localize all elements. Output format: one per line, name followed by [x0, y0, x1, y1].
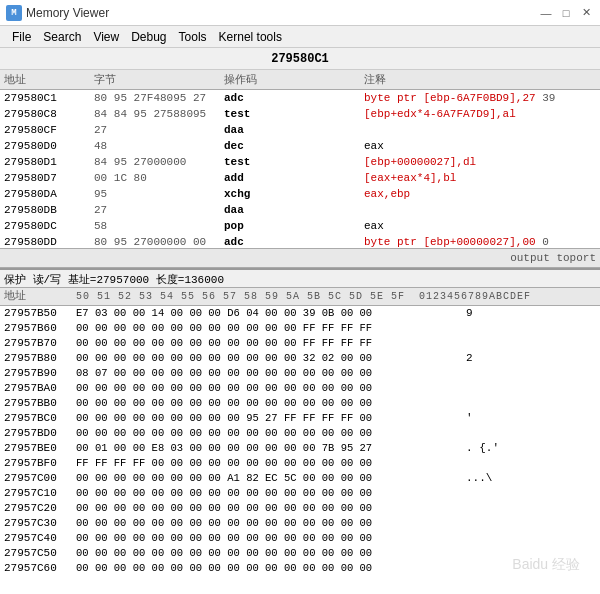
hex-row-addr: 27957BE0 — [4, 441, 76, 456]
maximize-button[interactable]: □ — [558, 5, 574, 21]
hex-row[interactable]: 27957B70 00 00 00 00 00 00 00 00 00 00 0… — [0, 336, 600, 351]
hex-row[interactable]: 27957B50 E7 03 00 00 14 00 00 00 D6 04 0… — [0, 306, 600, 321]
asm-row[interactable]: 279580D7 00 1C 80 add [eax+eax*4],bl — [0, 170, 600, 186]
asm-operands: eax — [364, 218, 596, 234]
menu-view[interactable]: View — [87, 28, 125, 46]
asm-operands: eax — [364, 138, 596, 154]
asm-row[interactable]: 279580DD 80 95 27000000 00 adc byte ptr … — [0, 234, 600, 248]
asm-bytes: 80 95 27000000 00 — [94, 234, 224, 248]
hex-row-bytes: 00 00 00 00 00 00 00 00 00 00 00 00 00 0… — [76, 381, 466, 396]
asm-row[interactable]: 279580C1 80 95 27F48095 27 adc byte ptr … — [0, 90, 600, 106]
asm-mnemonic: adc — [224, 234, 364, 248]
hex-row[interactable]: 27957BE0 00 01 00 00 E8 03 00 00 00 00 0… — [0, 441, 600, 456]
asm-bytes: 58 — [94, 218, 224, 234]
header-comment: 注释 — [364, 71, 596, 88]
hex-row-addr: 27957C00 — [4, 471, 76, 486]
hex-row-bytes: 08 07 00 00 00 00 00 00 00 00 00 00 00 0… — [76, 366, 466, 381]
hex-row-ascii: 9 — [466, 306, 596, 321]
menu-tools[interactable]: Tools — [173, 28, 213, 46]
menu-kernel-tools[interactable]: Kernel tools — [213, 28, 288, 46]
asm-mnemonic: pop — [224, 218, 364, 234]
hex-row[interactable]: 27957C30 00 00 00 00 00 00 00 00 00 00 0… — [0, 516, 600, 531]
hex-row[interactable]: 27957C00 00 00 00 00 00 00 00 00 A1 82 E… — [0, 471, 600, 486]
asm-addr: 279580D7 — [4, 170, 94, 186]
asm-row[interactable]: 279580DC 58 pop eax — [0, 218, 600, 234]
hex-row-bytes: 00 00 00 00 00 00 00 00 00 00 00 00 00 0… — [76, 501, 466, 516]
hex-header: 地址 50 51 52 53 54 55 56 57 58 59 5A 5B 5… — [0, 288, 600, 306]
asm-addr: 279580DA — [4, 186, 94, 202]
asm-operands — [364, 202, 596, 218]
hex-row[interactable]: 27957C20 00 00 00 00 00 00 00 00 00 00 0… — [0, 501, 600, 516]
menu-debug[interactable]: Debug — [125, 28, 172, 46]
hex-row-addr: 27957C10 — [4, 486, 76, 501]
window-title: Memory Viewer — [26, 6, 538, 20]
hex-row[interactable]: 27957BD0 00 00 00 00 00 00 00 00 00 00 0… — [0, 426, 600, 441]
asm-operands: byte ptr [ebp+00000027],00 0 — [364, 234, 596, 248]
disassembly-header: 地址 字节 操作码 注释 — [0, 70, 600, 90]
header-mnemonic: 操作码 — [224, 71, 364, 88]
hex-row-bytes: 00 00 00 00 00 00 00 00 00 00 00 00 00 0… — [76, 546, 466, 561]
hex-row[interactable]: 27957BA0 00 00 00 00 00 00 00 00 00 00 0… — [0, 381, 600, 396]
asm-row[interactable]: 279580D1 84 95 27000000 test [ebp+000000… — [0, 154, 600, 170]
asm-row[interactable]: 279580CF 27 daa — [0, 122, 600, 138]
hex-row-bytes: 00 00 00 00 00 00 00 00 00 00 00 00 00 0… — [76, 486, 466, 501]
asm-mnemonic: dec — [224, 138, 364, 154]
hex-row[interactable]: 27957BF0 FF FF FF FF 00 00 00 00 00 00 0… — [0, 456, 600, 471]
asm-addr: 279580D1 — [4, 154, 94, 170]
hex-row-ascii: . {.' — [466, 441, 596, 456]
hex-row-addr: 27957B90 — [4, 366, 76, 381]
hex-row-addr: 27957C30 — [4, 516, 76, 531]
asm-bytes: 00 1C 80 — [94, 170, 224, 186]
header-bytes: 字节 — [94, 71, 224, 88]
hex-row[interactable]: 27957C40 00 00 00 00 00 00 00 00 00 00 0… — [0, 531, 600, 546]
hex-row[interactable]: 27957C60 00 00 00 00 00 00 00 00 00 00 0… — [0, 561, 600, 576]
hex-row-addr: 27957B50 — [4, 306, 76, 321]
hex-row-bytes: 00 01 00 00 E8 03 00 00 00 00 00 00 00 7… — [76, 441, 466, 456]
app-icon: M — [6, 5, 22, 21]
asm-addr: 279580C8 — [4, 106, 94, 122]
menu-file[interactable]: File — [6, 28, 37, 46]
hex-row[interactable]: 27957C10 00 00 00 00 00 00 00 00 00 00 0… — [0, 486, 600, 501]
hex-row-bytes: 00 00 00 00 00 00 00 00 00 00 00 00 FF F… — [76, 336, 466, 351]
hex-row[interactable]: 27957C50 00 00 00 00 00 00 00 00 00 00 0… — [0, 546, 600, 561]
title-bar: M Memory Viewer — □ ✕ — [0, 0, 600, 26]
asm-operands: [ebp+edx*4-6A7FA7D9],al — [364, 106, 596, 122]
asm-bytes: 80 95 27F48095 27 — [94, 90, 224, 106]
asm-bytes: 27 — [94, 122, 224, 138]
asm-row[interactable]: 279580D0 48 dec eax — [0, 138, 600, 154]
asm-row[interactable]: 279580C8 84 84 95 27588095 test [ebp+edx… — [0, 106, 600, 122]
asm-row[interactable]: 279580DA 95 xchg eax,ebp — [0, 186, 600, 202]
asm-mnemonic: daa — [224, 202, 364, 218]
asm-row[interactable]: 279580DB 27 daa — [0, 202, 600, 218]
menu-bar: File Search View Debug Tools Kernel tool… — [0, 26, 600, 48]
asm-mnemonic: test — [224, 154, 364, 170]
hex-row-addr: 27957C20 — [4, 501, 76, 516]
hex-row-bytes: 00 00 00 00 00 00 00 00 00 00 00 00 00 0… — [76, 561, 466, 576]
asm-bytes: 48 — [94, 138, 224, 154]
hex-row-bytes: 00 00 00 00 00 00 00 00 00 00 00 00 00 0… — [76, 396, 466, 411]
hex-addr-header: 地址 — [4, 289, 76, 304]
hex-row[interactable]: 27957B60 00 00 00 00 00 00 00 00 00 00 0… — [0, 321, 600, 336]
hex-row[interactable]: 27957B90 08 07 00 00 00 00 00 00 00 00 0… — [0, 366, 600, 381]
window-controls: — □ ✕ — [538, 5, 594, 21]
hex-rows[interactable]: 27957B50 E7 03 00 00 14 00 00 00 D6 04 0… — [0, 306, 600, 594]
hex-row-bytes: 00 00 00 00 00 00 00 00 00 95 27 FF FF F… — [76, 411, 466, 426]
header-addr: 地址 — [4, 71, 94, 88]
hex-row-ascii: ...\ — [466, 471, 596, 486]
hex-row-ascii: ' — [466, 411, 596, 426]
close-button[interactable]: ✕ — [578, 5, 594, 21]
status-text: output toport — [510, 252, 596, 264]
asm-bytes: 27 — [94, 202, 224, 218]
hex-row[interactable]: 27957BC0 00 00 00 00 00 00 00 00 00 95 2… — [0, 411, 600, 426]
minimize-button[interactable]: — — [538, 5, 554, 21]
menu-search[interactable]: Search — [37, 28, 87, 46]
hex-panel-info: 保护 读/写 基址=27957000 长度=136000 — [0, 270, 600, 288]
hex-row-bytes: 00 00 00 00 00 00 00 00 00 00 00 00 FF F… — [76, 321, 466, 336]
asm-addr: 279580DB — [4, 202, 94, 218]
hex-row-addr: 27957B70 — [4, 336, 76, 351]
disassembly-rows[interactable]: 279580C1 80 95 27F48095 27 adc byte ptr … — [0, 90, 600, 248]
hex-row[interactable]: 27957B80 00 00 00 00 00 00 00 00 00 00 0… — [0, 351, 600, 366]
asm-addr: 279580D0 — [4, 138, 94, 154]
asm-operands — [364, 122, 596, 138]
hex-row[interactable]: 27957BB0 00 00 00 00 00 00 00 00 00 00 0… — [0, 396, 600, 411]
